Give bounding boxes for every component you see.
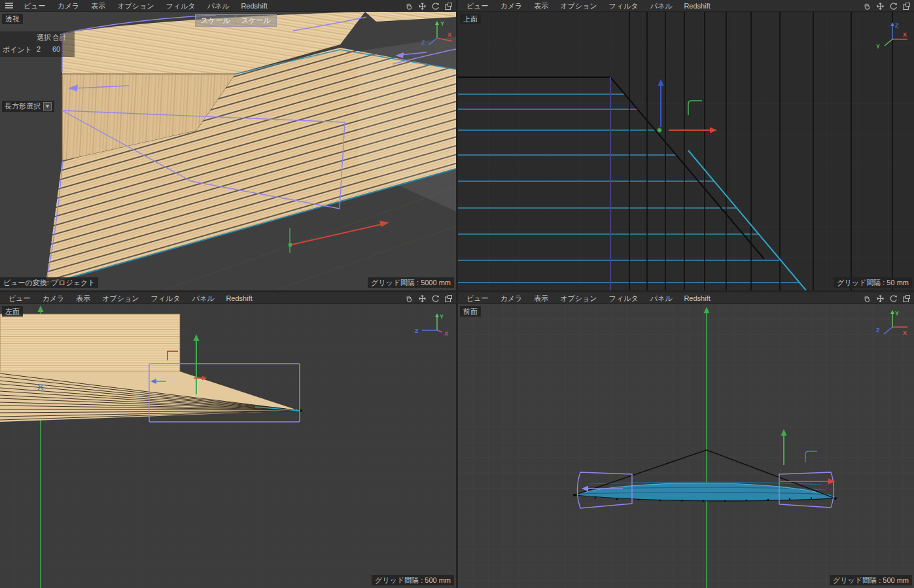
pan-icon[interactable] [863,294,871,303]
menu-display[interactable]: 表示 [528,292,554,304]
viewport-name-badge: 左面 [2,306,23,317]
pan-icon[interactable] [405,2,413,10]
active-tool-box: 長方形選択 [2,101,54,112]
menu-panel[interactable]: パネル [202,0,236,12]
toggle-view-icon[interactable] [902,294,911,303]
top-scene: Z X Y [458,12,914,290]
svg-text:X: X [903,330,907,336]
viewport-controls [863,292,911,304]
left-scene: Y Z X [0,304,456,588]
move-icon[interactable] [418,2,427,10]
quad-view-layout: ビュー カメラ 表示 オプション フィルタ パネル Redshift [0,0,914,588]
menu-options[interactable]: オプション [111,0,160,12]
menu-camera[interactable]: カメラ [495,0,529,12]
tooltip-left-label: スケール [196,15,236,26]
front-menubar: ビュー カメラ 表示 オプション フィルタ パネル Redshift [458,292,914,304]
front-grid [458,304,914,588]
toggle-view-icon[interactable] [444,2,453,10]
menu-options[interactable]: オプション [554,0,603,12]
rotate-icon[interactable] [889,294,898,303]
selection-col-selected: 選択 [37,33,52,43]
svg-text:Z: Z [421,39,425,46]
viewport-controls [405,292,453,304]
selection-count-selected: 2 [37,45,52,55]
svg-text:Y: Y [895,310,899,317]
layout-menu-icon[interactable] [3,1,18,10]
menu-display[interactable]: 表示 [528,0,554,12]
move-icon[interactable] [876,294,885,303]
active-tool-label: 長方形選択 [5,101,41,111]
svg-text:X: X [448,31,451,38]
menu-camera[interactable]: カメラ [37,292,71,304]
menu-redshift[interactable]: Redshift [678,0,716,12]
rotate-icon[interactable] [431,2,440,10]
viewport-name-badge: 上面 [460,14,481,24]
menu-panel[interactable]: パネル [644,0,678,12]
menu-view[interactable]: ビュー [3,292,37,304]
viewport-left: ビュー カメラ 表示 オプション フィルタ パネル Redshift [0,292,456,588]
menu-panel[interactable]: パネル [644,292,678,304]
viewport-front: ビュー カメラ 表示 オプション フィルタ パネル Redshift [458,292,914,588]
view-transform-status: ビューの変換: プロジェクト [0,277,98,288]
menu-camera[interactable]: カメラ [495,292,529,304]
front-scene: Y X Z [458,304,914,588]
rotate-icon[interactable] [889,2,898,10]
top-grid [458,12,914,290]
selection-info-panel: 選択 合計 ポイント 2 60 [0,31,75,57]
grid-interval-label: グリッド間隔 : 5000 mm [368,277,454,288]
menu-redshift[interactable]: Redshift [678,292,716,304]
perspective-canvas[interactable]: Y X Z 透視 選択 合計 ポイント 2 60 長方形選択 [0,12,456,290]
move-icon[interactable] [876,2,885,10]
svg-text:Z: Z [415,328,419,334]
front-canvas[interactable]: Y X Z 前面 グリッド間隔 : 500 mm [458,304,914,588]
menu-display[interactable]: 表示 [85,0,111,12]
top-canvas[interactable]: Z X Y 上面 グリッド間隔 : 50 mm [458,12,914,290]
toggle-view-icon[interactable] [444,294,453,303]
left-canvas[interactable]: Y Z X 左面 グリッド間隔 : 500 mm [0,304,456,588]
svg-text:Y: Y [440,20,444,27]
svg-text:Z: Z [876,327,880,334]
menu-filter[interactable]: フィルタ [145,292,186,304]
viewport-top: ビュー カメラ 表示 オプション フィルタ パネル Redshift [458,0,914,290]
top-menubar: ビュー カメラ 表示 オプション フィルタ パネル Redshift [458,0,914,12]
viewport-perspective: ビュー カメラ 表示 オプション フィルタ パネル Redshift [0,0,456,290]
selected-point[interactable] [658,128,661,132]
pan-icon[interactable] [405,294,413,303]
selection-spacer [3,33,37,43]
viewport-controls [863,0,911,12]
menu-view[interactable]: ビュー [461,0,495,12]
toggle-view-icon[interactable] [902,2,911,10]
move-icon[interactable] [418,294,427,303]
left-menubar: ビュー カメラ 表示 オプション フィルタ パネル Redshift [0,292,456,304]
perspective-menubar: ビュー カメラ 表示 オプション フィルタ パネル Redshift [0,0,456,12]
menu-camera[interactable]: カメラ [52,0,86,12]
svg-text:Z: Z [895,22,899,29]
viewport-name-badge: 前面 [460,306,481,317]
svg-text:Y: Y [876,43,880,50]
selection-row-label: ポイント [3,45,37,55]
menu-redshift[interactable]: Redshift [220,292,258,304]
selection-col-total: 合計 [52,33,72,43]
menu-display[interactable]: 表示 [70,292,96,304]
selection-count-total: 60 [52,45,72,55]
viewport-name-badge: 透視 [2,14,23,24]
menu-filter[interactable]: フィルタ [603,0,644,12]
menu-panel[interactable]: パネル [186,292,220,304]
rotate-icon[interactable] [431,294,440,303]
tool-hud-tooltip: スケール スケール [195,14,277,27]
svg-text:Y: Y [440,313,444,320]
menu-options[interactable]: オプション [96,292,145,304]
viewport-controls [405,0,453,12]
pan-icon[interactable] [863,2,871,10]
menu-options[interactable]: オプション [554,292,603,304]
tooltip-right-label: スケール [236,15,276,26]
menu-filter[interactable]: フィルタ [603,292,644,304]
menu-filter[interactable]: フィルタ [160,0,202,12]
svg-text:X: X [444,330,448,337]
grid-interval-label: グリッド間隔 : 50 mm [834,277,912,288]
menu-redshift[interactable]: Redshift [235,0,273,12]
grid-interval-label: グリッド間隔 : 500 mm [830,575,912,585]
menu-view[interactable]: ビュー [461,292,495,304]
tool-options-icon[interactable] [43,102,52,111]
menu-view[interactable]: ビュー [18,0,52,12]
